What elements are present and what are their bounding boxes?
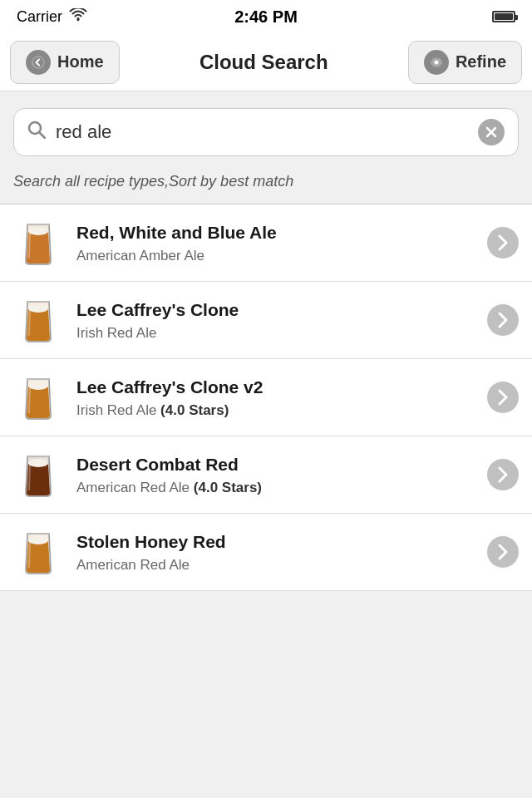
item-stars: (4.0 Stars) [160, 402, 229, 418]
svg-point-0 [77, 18, 80, 21]
svg-point-12 [28, 536, 48, 544]
beer-glass-icon [13, 529, 63, 575]
svg-point-9 [28, 304, 48, 313]
chevron-icon [487, 536, 519, 568]
item-content: Desert Combat RedAmerican Red Ale (4.0 S… [76, 453, 477, 495]
chevron-icon [487, 459, 519, 490]
search-box [13, 108, 519, 156]
item-title: Lee Caffrey's Clone v2 [76, 376, 477, 398]
list-item[interactable]: Desert Combat RedAmerican Red Ale (4.0 S… [0, 436, 532, 514]
svg-point-8 [28, 227, 48, 235]
results-list: Red, White and Blue AleAmerican Amber Al… [0, 204, 532, 591]
search-icon [27, 121, 46, 144]
item-subtitle: American Red Ale [76, 557, 477, 574]
list-item[interactable]: Red, White and Blue AleAmerican Amber Al… [0, 204, 532, 282]
item-subtitle: American Amber Ale [76, 248, 477, 264]
item-title: Lee Caffrey's Clone [76, 298, 477, 321]
back-icon [26, 50, 51, 75]
item-subtitle: Irish Red Ale (4.0 Stars) [76, 402, 477, 419]
beer-glass-icon [13, 374, 63, 421]
item-title: Red, White and Blue Ale [76, 221, 477, 244]
refine-button[interactable]: Refine [408, 41, 522, 84]
list-item[interactable]: Lee Caffrey's CloneIrish Red Ale [0, 282, 532, 359]
chevron-icon [487, 227, 519, 259]
item-content: Lee Caffrey's CloneIrish Red Ale [76, 298, 477, 341]
wifi-icon [69, 8, 87, 26]
list-item[interactable]: Stolen Honey RedAmerican Red Ale [0, 514, 532, 591]
item-content: Red, White and Blue AleAmerican Amber Al… [76, 221, 477, 264]
status-time: 2:46 PM [234, 7, 298, 27]
item-title: Desert Combat Red [76, 453, 477, 475]
status-right [492, 11, 515, 22]
item-content: Stolen Honey RedAmerican Red Ale [76, 530, 477, 573]
item-title: Stolen Honey Red [76, 530, 477, 553]
nav-bar: Home Cloud Search Refine [0, 33, 532, 91]
svg-point-10 [28, 382, 48, 390]
refine-label: Refine [456, 52, 506, 71]
chevron-icon [487, 382, 519, 413]
clear-search-button[interactable] [478, 119, 505, 145]
beer-glass-icon [13, 297, 63, 343]
page-title: Cloud Search [200, 51, 328, 74]
search-input[interactable] [56, 121, 468, 143]
beer-glass-icon [13, 451, 63, 498]
home-label: Home [57, 52, 104, 71]
search-subtitle: Search all recipe types,Sort by best mat… [0, 165, 532, 204]
carrier-label: Carrier [17, 8, 62, 26]
svg-point-3 [434, 60, 438, 64]
item-content: Lee Caffrey's Clone v2Irish Red Ale (4.0… [76, 376, 477, 418]
item-stars: (4.0 Stars) [194, 480, 262, 495]
svg-line-5 [40, 133, 46, 139]
list-item[interactable]: Lee Caffrey's Clone v2Irish Red Ale (4.0… [0, 359, 532, 436]
status-left: Carrier [17, 8, 87, 26]
chevron-icon [487, 304, 519, 336]
item-subtitle: American Red Ale (4.0 Stars) [76, 480, 477, 496]
gear-icon [424, 50, 449, 75]
beer-glass-icon [13, 219, 63, 266]
status-bar: Carrier 2:46 PM [0, 0, 532, 33]
svg-point-11 [28, 459, 48, 467]
battery-icon [492, 11, 515, 22]
item-subtitle: Irish Red Ale [76, 325, 477, 342]
home-button[interactable]: Home [10, 41, 120, 84]
search-area [0, 91, 532, 165]
